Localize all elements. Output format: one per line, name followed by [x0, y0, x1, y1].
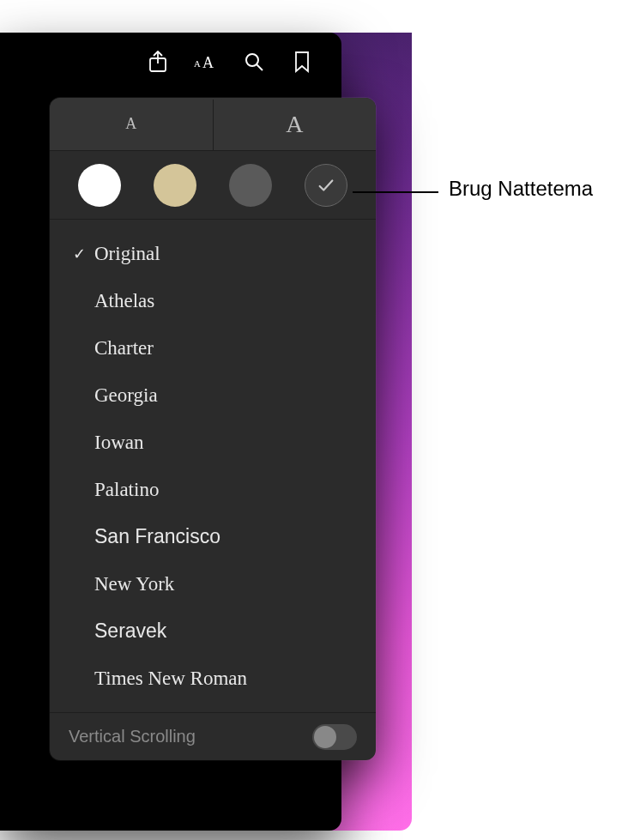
svg-text:A: A	[194, 58, 201, 69]
callout-label: Brug Nattetema	[449, 177, 593, 201]
font-item-athelas[interactable]: Athelas	[50, 277, 376, 324]
font-label: Iowan	[94, 432, 143, 454]
callout-line	[353, 191, 438, 193]
increase-text-size-button[interactable]: A	[214, 98, 377, 150]
font-item-iowan[interactable]: Iowan	[50, 419, 376, 466]
text-size-icon[interactable]: A A	[194, 50, 218, 74]
decrease-text-size-button[interactable]: A	[50, 98, 213, 150]
font-label: Times New Roman	[94, 668, 247, 690]
font-item-san-francisco[interactable]: San Francisco	[50, 513, 376, 560]
font-label: Original	[94, 243, 160, 265]
toolbar: A A	[146, 50, 314, 74]
share-icon[interactable]	[146, 50, 170, 74]
svg-text:A: A	[202, 54, 214, 71]
font-item-new-york[interactable]: New York	[50, 560, 376, 607]
search-icon[interactable]	[242, 50, 266, 74]
vertical-scrolling-row: Vertical Scrolling	[50, 712, 376, 760]
font-item-seravek[interactable]: Seravek	[50, 607, 376, 655]
svg-point-3	[246, 54, 258, 66]
check-icon: ✓	[69, 245, 89, 263]
font-label: Palatino	[94, 479, 159, 501]
appearance-popover: A A ✓ Original Athelas Charter Georgia	[50, 98, 376, 760]
theme-gray[interactable]	[229, 164, 272, 207]
text-size-row: A A	[50, 98, 376, 151]
font-label: Charter	[94, 337, 154, 360]
font-label: Georgia	[94, 384, 158, 407]
font-item-original[interactable]: ✓ Original	[50, 230, 376, 277]
font-label: New York	[94, 573, 174, 595]
font-item-charter[interactable]: Charter	[50, 324, 376, 372]
popover-arrow	[203, 98, 222, 100]
font-list: ✓ Original Athelas Charter Georgia Iowan…	[50, 220, 376, 712]
toggle-knob	[314, 726, 336, 748]
vertical-scrolling-label: Vertical Scrolling	[69, 727, 196, 746]
theme-white[interactable]	[78, 164, 121, 207]
font-item-times-new-roman[interactable]: Times New Roman	[50, 655, 376, 702]
bookmark-icon[interactable]	[290, 50, 314, 74]
theme-night[interactable]	[305, 164, 347, 207]
vertical-scrolling-toggle[interactable]	[312, 724, 357, 750]
font-item-georgia[interactable]: Georgia	[50, 372, 376, 419]
font-label: Seravek	[94, 619, 166, 643]
font-item-palatino[interactable]: Palatino	[50, 466, 376, 513]
check-icon	[317, 176, 335, 195]
theme-sepia[interactable]	[154, 164, 196, 207]
font-label: Athelas	[94, 290, 154, 312]
theme-row	[50, 151, 376, 220]
font-label: San Francisco	[94, 525, 220, 548]
